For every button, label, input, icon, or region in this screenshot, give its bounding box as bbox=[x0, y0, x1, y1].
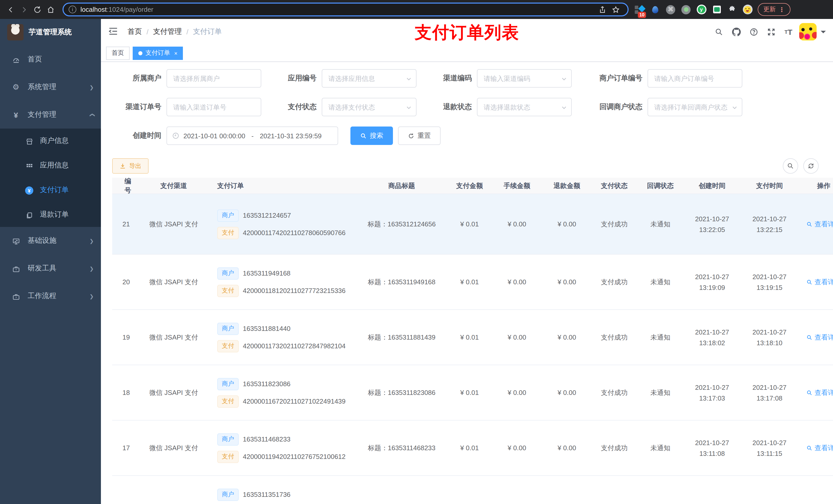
col-actions: 操作 bbox=[798, 181, 833, 190]
fullscreen-icon[interactable] bbox=[764, 25, 778, 39]
browser-update-button[interactable]: 更新 ⋮ bbox=[758, 3, 790, 16]
reset-button[interactable]: 重置 bbox=[398, 126, 441, 145]
cell-pay-time: 2021-10-2713:19:15 bbox=[741, 271, 798, 293]
avatar-caret-icon[interactable] bbox=[821, 30, 826, 35]
merchant-order-no-input[interactable] bbox=[647, 69, 742, 88]
profile-avatar-icon[interactable] bbox=[742, 4, 753, 15]
sidebar-item-system[interactable]: ⚙ 系统管理 ❯ bbox=[0, 73, 101, 101]
bookmark-star-icon[interactable] bbox=[609, 3, 622, 16]
col-title: 商品标题 bbox=[356, 181, 448, 190]
sidebar-item-home[interactable]: 首页 bbox=[0, 46, 101, 73]
app-title: 芋道管理系统 bbox=[29, 28, 72, 37]
cell-id: 20 bbox=[112, 278, 135, 286]
col-amount: 支付金额 bbox=[448, 181, 491, 190]
cell-title: 标题：1635312124656 bbox=[356, 219, 448, 229]
merchant-input[interactable] bbox=[166, 69, 261, 88]
browser-menu-icon[interactable]: ⋮ bbox=[779, 6, 785, 13]
cell-notify: 未通知 bbox=[637, 443, 684, 453]
cell-status: 支付成功 bbox=[591, 333, 637, 342]
col-id: 编号 bbox=[112, 176, 135, 195]
cell-pay-order: 商户 1635312124657 支付 42000011742021102780… bbox=[212, 209, 356, 239]
table-row: 17 微信 JSAPI 支付 商户 1635311468233 支付 42000… bbox=[112, 421, 833, 476]
breadcrumb: 首页 / 支付管理 / 支付订单 bbox=[127, 27, 222, 37]
chevron-down-icon: ❯ bbox=[89, 266, 94, 271]
show-search-button[interactable] bbox=[783, 158, 798, 174]
cell-amount: ¥ 0.01 bbox=[448, 220, 491, 228]
font-size-icon[interactable]: TT bbox=[782, 25, 795, 39]
channel-pay-no: 4200001181202110277723215336 bbox=[243, 287, 346, 294]
sidebar-item-devtools[interactable]: 研发工具 ❯ bbox=[0, 255, 101, 282]
back-icon[interactable] bbox=[4, 3, 18, 16]
cell-refund: ¥ 0.00 bbox=[543, 220, 591, 228]
view-detail-link[interactable]: 查看详情 bbox=[806, 219, 833, 229]
cell-channel: 微信 JSAPI 支付 bbox=[135, 388, 212, 397]
cell-channel: 微信 JSAPI 支付 bbox=[135, 443, 212, 453]
extension-dot-icon[interactable] bbox=[681, 4, 691, 15]
col-pay-time: 支付时间 bbox=[741, 181, 798, 190]
channel-code-select[interactable] bbox=[477, 69, 572, 88]
sidebar-item-payment[interactable]: ¥ 支付管理 ❯ bbox=[0, 101, 101, 128]
sidebar-item-merchant-info[interactable]: 商户信息 bbox=[0, 128, 101, 153]
create-time-range-input[interactable]: 2021-10-01 00:00:00 - 2021-10-31 23:59:5… bbox=[166, 126, 338, 145]
filter-label-merchant: 所属商户 bbox=[121, 74, 166, 83]
sidebar-item-app-info[interactable]: 应用信息 bbox=[0, 153, 101, 178]
close-icon[interactable]: × bbox=[174, 50, 177, 56]
user-avatar[interactable] bbox=[799, 23, 817, 41]
extension-balloon-icon[interactable] bbox=[650, 4, 660, 15]
share-icon[interactable] bbox=[596, 3, 609, 16]
refund-status-select[interactable] bbox=[477, 98, 572, 116]
search-button[interactable]: 搜索 bbox=[351, 126, 393, 145]
export-button[interactable]: 导出 bbox=[112, 158, 148, 174]
channel-order-no-input[interactable] bbox=[166, 98, 261, 116]
cell-refund: ¥ 0.00 bbox=[543, 333, 591, 341]
reload-icon[interactable] bbox=[31, 3, 44, 16]
search-icon[interactable] bbox=[712, 25, 725, 39]
top-navbar: 首页 / 支付管理 / 支付订单 支付订单列表 TT bbox=[101, 19, 833, 45]
cell-actions bbox=[798, 500, 833, 504]
extensions-puzzle-icon[interactable] bbox=[727, 4, 737, 15]
sidebar-item-infra[interactable]: 基础设施 ❯ bbox=[0, 227, 101, 255]
app-select[interactable] bbox=[322, 69, 416, 88]
view-detail-link[interactable]: 查看详情 bbox=[806, 388, 833, 397]
forward-icon[interactable] bbox=[18, 3, 31, 16]
cell-refund: ¥ 0.00 bbox=[543, 278, 591, 286]
site-info-icon[interactable]: i bbox=[69, 6, 76, 13]
breadcrumb-home[interactable]: 首页 bbox=[127, 27, 142, 37]
sidebar-item-workflow[interactable]: 工作流程 ❯ bbox=[0, 282, 101, 310]
tab-pay-order[interactable]: 支付订单 × bbox=[133, 46, 183, 60]
filter-label-merchant-order-no: 商户订单编号 bbox=[587, 74, 647, 83]
breadcrumb-current: 支付订单 bbox=[193, 27, 222, 37]
view-detail-link[interactable]: 查看详情 bbox=[806, 278, 833, 287]
cell-notify: 未通知 bbox=[637, 333, 684, 342]
tab-home[interactable]: 首页 bbox=[106, 46, 129, 60]
help-icon[interactable] bbox=[747, 25, 760, 39]
cell-amount: ¥ 0.01 bbox=[448, 389, 491, 397]
briefcase-icon bbox=[11, 264, 21, 273]
extension-chat-icon[interactable] bbox=[712, 4, 722, 15]
extension-y-icon[interactable]: y bbox=[696, 4, 707, 15]
cell-actions: 查看详情 bbox=[798, 333, 833, 342]
home-icon[interactable] bbox=[44, 3, 57, 16]
view-detail-link[interactable]: 查看详情 bbox=[806, 443, 833, 453]
cell-fee: ¥ 0.00 bbox=[491, 278, 543, 286]
chevron-down-icon: ❯ bbox=[89, 293, 94, 299]
view-detail-link[interactable]: 查看详情 bbox=[806, 333, 833, 342]
breadcrumb-pay-mgmt[interactable]: 支付管理 bbox=[153, 27, 182, 37]
refresh-button[interactable] bbox=[803, 158, 819, 174]
sidebar-toggle-icon[interactable] bbox=[108, 26, 119, 38]
extension-command-icon[interactable]: ⌘ bbox=[665, 4, 676, 15]
cell-actions: 查看详情 bbox=[798, 278, 833, 287]
page-title: 支付订单列表 bbox=[415, 21, 519, 44]
cell-fee: ¥ 0.00 bbox=[491, 333, 543, 341]
extension-grid-icon[interactable]: 10 bbox=[635, 4, 645, 15]
pay-status-select[interactable] bbox=[322, 98, 416, 116]
sidebar-item-pay-order[interactable]: ¥ 支付订单 bbox=[0, 178, 101, 202]
notify-status-select[interactable] bbox=[647, 98, 742, 116]
url-bar[interactable]: i localhost:1024/pay/order bbox=[63, 3, 628, 16]
sidebar-item-refund-order[interactable]: 退款订单 bbox=[0, 202, 101, 227]
github-icon[interactable] bbox=[730, 25, 743, 39]
table-row: 商户 1635311351736 支付 bbox=[112, 476, 833, 504]
cell-fee: ¥ 0.00 bbox=[491, 444, 543, 452]
cell-status: 支付成功 bbox=[591, 388, 637, 397]
filter-label-refund-status: 退款状态 bbox=[432, 102, 477, 112]
